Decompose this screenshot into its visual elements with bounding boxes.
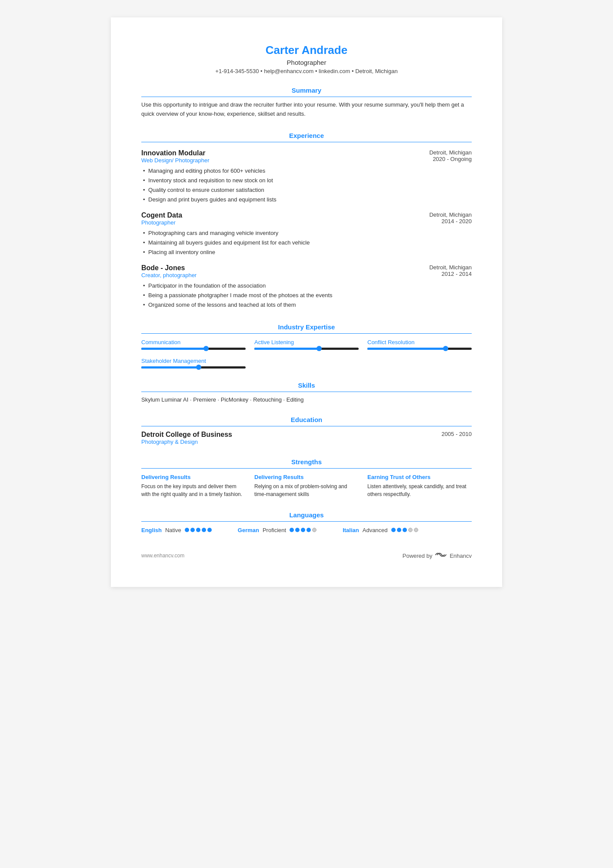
strength-title: Earning Trust of Others — [367, 474, 472, 480]
list-item: Being a passionate photgrapher I made mo… — [143, 291, 472, 300]
summary-text: Use this opportunity to intrigue and dra… — [141, 101, 472, 119]
enhancv-logo-icon — [435, 551, 447, 561]
skill-dot-icon — [196, 365, 201, 370]
exp-bullets: Participator in the foundation of the as… — [141, 281, 472, 310]
skill-item: Stakeholder Management — [141, 358, 246, 369]
resume-header: Carter Andrade Photographer +1-914-345-5… — [141, 44, 472, 74]
list-item: Inventory stock and requisition to new s… — [143, 176, 472, 185]
list-item: Maintaining all buyers guides and equipm… — [143, 238, 472, 248]
skill-name: Stakeholder Management — [141, 358, 246, 364]
skill-bar-background — [254, 348, 359, 350]
filled-dot-icon — [202, 528, 206, 532]
candidate-name: Carter Andrade — [141, 44, 472, 57]
skill-bar-fill — [367, 348, 446, 350]
exp-company: Innovation Modular — [141, 149, 210, 157]
experience-list: Innovation ModularWeb Design/ Photograph… — [141, 149, 472, 310]
candidate-contact: +1-914-345-5530 • help@enhancv.com • lin… — [141, 68, 472, 74]
exp-role: Web Design/ Photographer — [141, 157, 210, 164]
list-item: Placing all inventory online — [143, 248, 472, 257]
strength-description: Focus on the key inputs and deliver them… — [141, 483, 246, 498]
strength-title: Delivering Results — [141, 474, 246, 480]
strength-title: Delivering Results — [254, 474, 359, 480]
candidate-title: Photographer — [141, 59, 472, 66]
experience-item: Innovation ModularWeb Design/ Photograph… — [141, 149, 472, 204]
skill-name: Conflict Resolution — [367, 339, 472, 345]
education-dates: 2005 - 2010 — [442, 431, 472, 445]
exp-location-date: Detroit, Michigan2012 - 2014 — [429, 264, 472, 277]
exp-header: Bode - JonesCreator, photographerDetroit… — [141, 264, 472, 281]
skill-bar-fill — [141, 348, 206, 350]
filled-dot-icon — [397, 528, 401, 532]
skills-text: Skylum Luminar AI · Premiere · PicMonkey… — [141, 396, 472, 403]
language-name: Italian — [343, 527, 359, 533]
summary-title: Summary — [141, 87, 472, 97]
filled-dot-icon — [301, 528, 305, 532]
languages-row: EnglishNativeGermanProficientItalianAdva… — [141, 527, 472, 533]
strengths-section: Strengths Delivering ResultsFocus on the… — [141, 458, 472, 498]
strength-item: Earning Trust of OthersListen attentivel… — [367, 474, 472, 498]
footer-brand: Powered by Enhancv — [403, 551, 472, 561]
experience-title: Experience — [141, 132, 472, 142]
strength-description: Relying on a mix of problem-solving and … — [254, 483, 359, 498]
industry-expertise-title: Industry Expertise — [141, 323, 472, 334]
list-item: Photographing cars and managing vehicle … — [143, 228, 472, 238]
skill-bar-background — [141, 348, 246, 350]
list-item: Quality control to ensure customer satis… — [143, 185, 472, 195]
language-item: EnglishNative — [141, 527, 212, 533]
skill-name: Active Listening — [254, 339, 359, 345]
exp-bullets: Managing and editing photos for 600+ veh… — [141, 166, 472, 204]
empty-dot-icon — [312, 528, 316, 532]
filled-dot-icon — [295, 528, 300, 532]
exp-company: Cogent Data — [141, 211, 182, 219]
education-field: Photography & Design — [141, 439, 232, 445]
education-left: Detroit College of Business Photography … — [141, 431, 232, 445]
exp-location-date: Detroit, Michigan2014 - 2020 — [429, 211, 472, 225]
language-level: Advanced — [363, 527, 388, 533]
filled-dot-icon — [185, 528, 189, 532]
strengths-grid: Delivering ResultsFocus on the key input… — [141, 474, 472, 498]
experience-item: Bode - JonesCreator, photographerDetroit… — [141, 264, 472, 310]
language-level: Proficient — [263, 527, 286, 533]
list-item: Design and print buyers guides and equip… — [143, 195, 472, 204]
filled-dot-icon — [290, 528, 294, 532]
exp-header: Cogent DataPhotographerDetroit, Michigan… — [141, 211, 472, 228]
list-item: Organized some of the lessons and teache… — [143, 300, 472, 310]
expertise-grid: CommunicationActive ListeningConflict Re… — [141, 339, 472, 369]
exp-location-date: Detroit, Michigan2020 - Ongoing — [429, 149, 472, 162]
list-item: Participator in the foundation of the as… — [143, 281, 472, 291]
exp-left: Bode - JonesCreator, photographer — [141, 264, 197, 281]
skill-bar-fill — [254, 348, 319, 350]
skill-dot-icon — [203, 346, 209, 351]
education-school: Detroit College of Business — [141, 431, 232, 439]
exp-left: Innovation ModularWeb Design/ Photograph… — [141, 149, 210, 166]
experience-section: Experience Innovation ModularWeb Design/… — [141, 132, 472, 310]
language-name: German — [238, 527, 259, 533]
footer-website: www.enhancv.com — [141, 553, 184, 559]
list-item: Managing and editing photos for 600+ veh… — [143, 166, 472, 176]
footer-powered-by: Powered by — [403, 553, 433, 559]
language-name: English — [141, 527, 162, 533]
languages-section: Languages EnglishNativeGermanProficientI… — [141, 511, 472, 533]
resume-footer: www.enhancv.com Powered by Enhancv — [141, 551, 472, 561]
strengths-title: Strengths — [141, 458, 472, 469]
skills-title: Skills — [141, 382, 472, 392]
industry-expertise-section: Industry Expertise CommunicationActive L… — [141, 323, 472, 369]
filled-dot-icon — [190, 528, 195, 532]
experience-item: Cogent DataPhotographerDetroit, Michigan… — [141, 211, 472, 257]
skill-bar-background — [141, 366, 246, 369]
filled-dot-icon — [403, 528, 407, 532]
skill-bar-background — [367, 348, 472, 350]
strength-description: Listen attentively, speak candidly, and … — [367, 483, 472, 498]
language-item: GermanProficient — [238, 527, 316, 533]
skill-name: Communication — [141, 339, 246, 345]
education-header: Detroit College of Business Photography … — [141, 431, 472, 445]
education-section: Education Detroit College of Business Ph… — [141, 416, 472, 445]
summary-section: Summary Use this opportunity to intrigue… — [141, 87, 472, 119]
skill-dot-icon — [443, 346, 448, 351]
empty-dot-icon — [414, 528, 418, 532]
language-item: ItalianAdvanced — [343, 527, 418, 533]
strength-item: Delivering ResultsRelying on a mix of pr… — [254, 474, 359, 498]
filled-dot-icon — [207, 528, 212, 532]
exp-header: Innovation ModularWeb Design/ Photograph… — [141, 149, 472, 166]
filled-dot-icon — [196, 528, 200, 532]
